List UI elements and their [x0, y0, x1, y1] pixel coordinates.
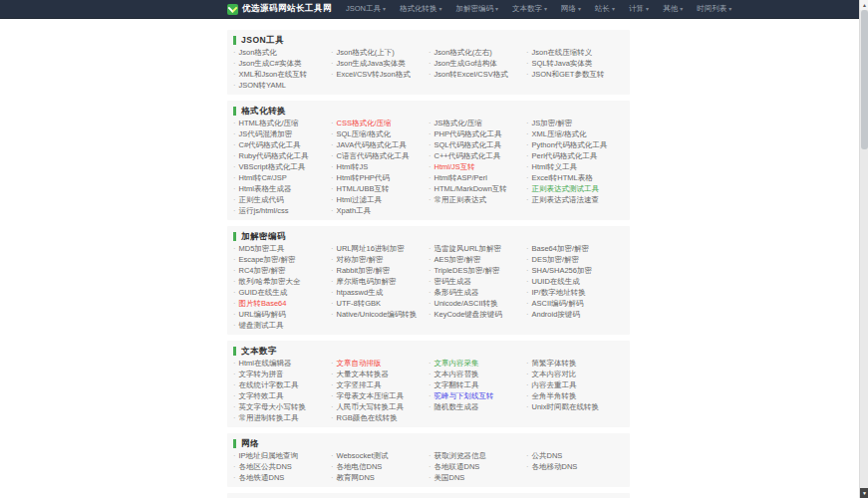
tool-link[interactable]: ·文字转为拼音	[233, 369, 331, 379]
tool-link[interactable]: ·文本内容替换	[429, 369, 526, 379]
tool-link[interactable]: ·C++代码格式化工具	[429, 150, 526, 161]
tool-link[interactable]: ·Html转C#/JSP	[233, 172, 331, 183]
tool-link[interactable]: ·Xpath工具	[331, 205, 429, 216]
tool-link[interactable]: ·HTML/MarkDown互转	[429, 183, 526, 194]
tool-link[interactable]: ·Json转Excel/CSV格式	[429, 69, 526, 80]
site-brand[interactable]: 优选源码网站长工具网	[242, 3, 332, 15]
tool-link[interactable]: ·正则表达式测试工具	[526, 183, 624, 194]
tool-link[interactable]: ·文章自动排版	[331, 358, 429, 369]
tool-link[interactable]: ·Json生成Go结构体	[429, 58, 526, 69]
tool-link[interactable]: ·JSON和GET参数互转	[526, 69, 624, 80]
tool-link[interactable]: ·文字竖排工具	[331, 379, 429, 390]
tool-link[interactable]: ·正则表达式语法速查	[526, 194, 624, 205]
tool-link[interactable]: ·Unicode/ASCII转换	[429, 298, 526, 309]
tool-link[interactable]: ·Python代码格式化工具	[526, 139, 624, 150]
tool-link[interactable]: ·Escape加密/解密	[233, 254, 331, 265]
tool-link[interactable]: ·Html过滤工具	[331, 194, 429, 205]
tool-link[interactable]: ·DES加密/解密	[526, 254, 624, 265]
tool-link[interactable]: ·内容去重工具	[526, 379, 624, 390]
scrollbar-thumb[interactable]	[861, 10, 868, 149]
tool-link[interactable]: ·XML和Json在线互转	[233, 69, 331, 80]
tool-link[interactable]: ·各地联通DNS	[429, 461, 526, 472]
tool-link[interactable]: ·URL编码/解码	[233, 309, 331, 320]
tool-link[interactable]: ·Android按键码	[526, 309, 624, 320]
tool-link[interactable]: ·SHA/SHA256加密	[526, 265, 624, 276]
tool-link[interactable]: ·GUID在线生成	[233, 287, 331, 298]
tool-link[interactable]: ·图片转Base64	[233, 298, 331, 309]
tool-link[interactable]: ·JS格式化/压缩	[429, 118, 526, 128]
tool-link[interactable]: ·URL网址16进制加密	[331, 243, 429, 254]
tool-link[interactable]: ·SQL转Java实体类	[526, 58, 624, 69]
nav-item[interactable]: 其他▾	[663, 4, 683, 14]
nav-item[interactable]: 加解密编码▾	[456, 4, 499, 14]
tool-link[interactable]: ·XML压缩/格式化	[526, 128, 624, 139]
tool-link[interactable]: ·UUID在线生成	[526, 276, 624, 287]
nav-item[interactable]: 站长▾	[595, 4, 615, 14]
tool-link[interactable]: ·美国DNS	[429, 472, 526, 483]
tool-link[interactable]: ·C语言代码格式化工具	[331, 150, 429, 161]
tool-link[interactable]: ·随机数生成器	[429, 401, 526, 412]
tool-link[interactable]: ·各地移动DNS	[526, 461, 624, 472]
tool-link[interactable]: ·Html转PHP代码	[331, 172, 429, 183]
tool-link[interactable]: ·JS加密/解密	[526, 118, 624, 128]
tool-link[interactable]: ·英文字母大小写转换	[233, 401, 331, 412]
tool-link[interactable]: ·PHP代码格式化工具	[429, 128, 526, 139]
tool-link[interactable]: ·VBScript格式化工具	[233, 161, 331, 172]
tool-link[interactable]: ·JAVA代码格式化工具	[331, 139, 429, 150]
tool-link[interactable]: ·对称加密/解密	[331, 254, 429, 265]
tool-link[interactable]: ·教育网DNS	[331, 472, 429, 483]
tool-link[interactable]: ·Unix时间戳在线转换	[526, 401, 624, 412]
tool-link[interactable]: ·各地电信DNS	[331, 461, 429, 472]
tool-link[interactable]: ·CSS格式化/压缩	[331, 118, 429, 128]
tool-link[interactable]: ·全角半角转换	[526, 390, 624, 401]
tool-link[interactable]: ·ASCII编码/解码	[526, 298, 624, 309]
nav-item[interactable]: 网络▾	[561, 4, 581, 14]
tool-link[interactable]: ·Html/JS互转	[429, 161, 526, 172]
tool-link[interactable]: ·常用正则表达式	[429, 194, 526, 205]
tool-link[interactable]: ·公共DNS	[526, 450, 624, 461]
tool-link[interactable]: ·Websocket测试	[331, 450, 429, 461]
tool-link[interactable]: ·Json生成C#实体类	[233, 58, 331, 69]
tool-link[interactable]: ·运行js/html/css	[233, 205, 331, 216]
tool-link[interactable]: ·JSON转YAML	[233, 80, 331, 91]
nav-item[interactable]: JSON工具▾	[346, 4, 386, 14]
tool-link[interactable]: ·各地铁通DNS	[233, 472, 331, 483]
tool-link[interactable]: ·文字翻转工具	[429, 379, 526, 390]
tool-link[interactable]: ·htpasswd生成	[331, 287, 429, 298]
nav-item[interactable]: 格式化转换▾	[400, 4, 442, 14]
tool-link[interactable]: ·Html在线编辑器	[233, 358, 331, 369]
tool-link[interactable]: ·获取浏览器信息	[429, 450, 526, 461]
tool-link[interactable]: ·Native/Unicode编码转换	[331, 309, 429, 320]
nav-item[interactable]: 计算▾	[629, 4, 649, 14]
tool-link[interactable]: ·摩尔斯电码加解密	[331, 276, 429, 287]
tool-link[interactable]: ·常用进制转换工具	[233, 412, 331, 423]
tool-link[interactable]: ·字母表文本压缩工具	[331, 390, 429, 401]
tool-link[interactable]: ·文字特效工具	[233, 390, 331, 401]
tool-link[interactable]: ·在线统计字数工具	[233, 379, 331, 390]
tool-link[interactable]: ·Ruby代码格式化工具	[233, 150, 331, 161]
tool-link[interactable]: ·MD5加密工具	[233, 243, 331, 254]
tool-link[interactable]: ·Rabbit加密/解密	[331, 265, 429, 276]
tool-link[interactable]: ·键盘测试工具	[233, 320, 331, 331]
tool-link[interactable]: ·Json格式化(左右)	[429, 47, 526, 58]
tool-link[interactable]: ·TripleDES加密/解密	[429, 265, 526, 276]
tool-link[interactable]: ·Json格式化(上下)	[331, 47, 429, 58]
tool-link[interactable]: ·Base64加密/解密	[526, 243, 624, 254]
tool-link[interactable]: ·RC4加密/解密	[233, 265, 331, 276]
tool-link[interactable]: ·Json生成Java实体类	[331, 58, 429, 69]
tool-link[interactable]: ·UTF-8转GBK	[331, 298, 429, 309]
tool-link[interactable]: ·Excel/CSV转Json格式	[331, 69, 429, 80]
tool-link[interactable]: ·密码生成器	[429, 276, 526, 287]
tool-link[interactable]: ·Perl代码格式化工具	[526, 150, 624, 161]
tool-link[interactable]: ·大量文本转换器	[331, 369, 429, 379]
nav-item[interactable]: 文本数字▾	[512, 4, 547, 14]
tool-link[interactable]: ·Json格式化	[233, 47, 331, 58]
tool-link[interactable]: ·KeyCode键盘按键码	[429, 309, 526, 320]
tool-link[interactable]: ·人民币大写转换工具	[331, 401, 429, 412]
tool-link[interactable]: ·Html转义工具	[526, 161, 624, 172]
tool-link[interactable]: ·C#代码格式化工具	[233, 139, 331, 150]
page-scrollbar[interactable]: ▲ ▼	[859, 0, 868, 498]
nav-item[interactable]: 时间列表▾	[697, 4, 731, 14]
tool-link[interactable]: ·AES加密/解密	[429, 254, 526, 265]
tool-link[interactable]: ·Html转JS	[331, 161, 429, 172]
